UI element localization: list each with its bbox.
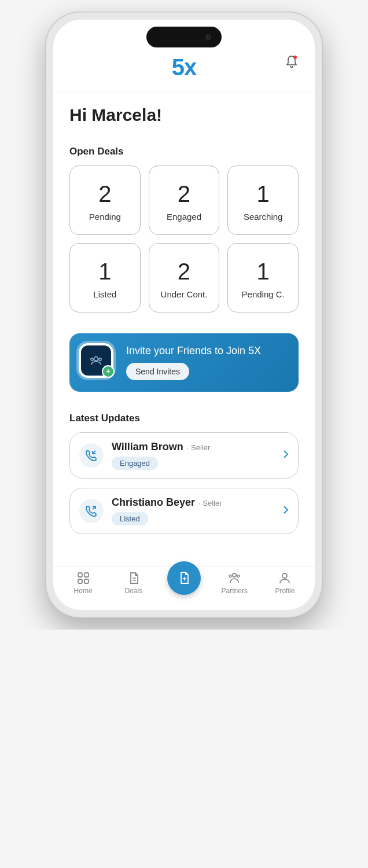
update-card[interactable]: Christiano Beyer · Seller Listed	[69, 488, 299, 534]
svg-rect-7	[84, 579, 89, 583]
main-content: Hi Marcela! Open Deals 2 Pending 2 Engag…	[53, 91, 315, 592]
update-name: William Brown	[112, 441, 183, 453]
update-role: · Seller	[198, 499, 222, 507]
deal-card-pending[interactable]: 2 Pending	[69, 165, 141, 235]
svg-point-14	[237, 575, 240, 578]
document-icon	[127, 571, 141, 585]
open-deals-title: Open Deals	[69, 146, 299, 157]
tab-partners[interactable]: Partners	[209, 571, 260, 595]
invite-badge-icon	[81, 345, 116, 380]
svg-point-0	[293, 56, 297, 59]
tab-deals[interactable]: Deals	[108, 571, 159, 595]
svg-point-15	[282, 573, 287, 578]
phone-frame: 5x Hi Marcela! Open Deals 2 Pending 2	[45, 12, 323, 618]
people-icon	[89, 355, 104, 366]
svg-point-12	[233, 573, 236, 577]
invite-banner[interactable]: Invite your Friends to Join 5X Send Invi…	[69, 333, 299, 392]
profile-icon	[278, 571, 292, 585]
tab-label: Home	[74, 587, 93, 595]
deal-card-engaged[interactable]: 2 Engaged	[149, 165, 220, 235]
deal-label: Pending	[76, 212, 134, 222]
grid-icon	[76, 571, 90, 585]
svg-point-1	[94, 356, 98, 361]
svg-point-2	[91, 358, 93, 360]
deal-count: 2	[155, 181, 214, 207]
update-card[interactable]: William Brown · Seller Engaged	[69, 432, 299, 479]
invite-title: Invite your Friends to Join 5X	[126, 345, 287, 357]
tab-label: Profile	[275, 587, 295, 595]
add-fab-button[interactable]	[167, 561, 201, 595]
chevron-right-icon	[283, 450, 289, 461]
update-name: Christiano Beyer	[112, 496, 195, 509]
deal-card-listed[interactable]: 1 Listed	[69, 243, 141, 312]
tab-label: Deals	[124, 587, 142, 595]
update-info: William Brown · Seller Engaged	[112, 441, 275, 470]
device-notch	[146, 27, 222, 47]
tab-home[interactable]: Home	[58, 571, 108, 595]
deal-count: 2	[155, 259, 214, 285]
svg-rect-4	[78, 573, 82, 577]
deal-card-searching[interactable]: 1 Searching	[227, 165, 299, 235]
deal-count: 2	[76, 181, 134, 207]
update-info: Christiano Beyer · Seller Listed	[112, 496, 275, 525]
tab-add[interactable]	[159, 578, 209, 595]
send-invites-button[interactable]: Send Invites	[126, 363, 189, 380]
deal-label: Under Cont.	[155, 289, 214, 299]
phone-screen: 5x Hi Marcela! Open Deals 2 Pending 2	[53, 20, 315, 610]
deal-card-pending-c[interactable]: 1 Pending C.	[227, 243, 299, 312]
deal-count: 1	[234, 259, 292, 285]
update-role: · Seller	[187, 443, 210, 452]
bottom-tabbar: Home Deals	[53, 566, 315, 610]
people-icon	[227, 571, 242, 585]
update-status-badge: Listed	[112, 512, 148, 525]
bell-icon	[285, 54, 299, 69]
call-outgoing-icon	[79, 499, 104, 523]
chevron-right-icon	[283, 505, 289, 517]
svg-point-13	[229, 575, 231, 578]
invite-text: Invite your Friends to Join 5X Send Invi…	[126, 345, 287, 380]
tab-label: Partners	[222, 587, 248, 595]
deal-label: Engaged	[155, 212, 214, 222]
deal-label: Listed	[76, 289, 134, 299]
greeting-text: Hi Marcela!	[69, 105, 299, 125]
deal-card-under-contract[interactable]: 2 Under Cont.	[149, 243, 220, 312]
deal-count: 1	[76, 259, 134, 285]
update-status-badge: Engaged	[112, 457, 158, 470]
svg-rect-6	[78, 579, 82, 583]
deal-label: Searching	[234, 212, 292, 222]
updates-list: William Brown · Seller Engaged	[69, 432, 299, 534]
open-deals-grid: 2 Pending 2 Engaged 1 Searching 1 Listed…	[69, 165, 299, 312]
deal-label: Pending C.	[234, 289, 292, 299]
svg-rect-5	[84, 573, 89, 577]
latest-updates-title: Latest Updates	[69, 413, 299, 424]
deal-count: 1	[234, 181, 292, 207]
svg-point-3	[99, 358, 101, 360]
tab-profile[interactable]: Profile	[260, 571, 310, 595]
notifications-button[interactable]	[285, 54, 299, 72]
app-logo: 5x	[172, 54, 197, 80]
document-plus-icon	[176, 571, 192, 586]
call-incoming-icon	[79, 443, 104, 468]
